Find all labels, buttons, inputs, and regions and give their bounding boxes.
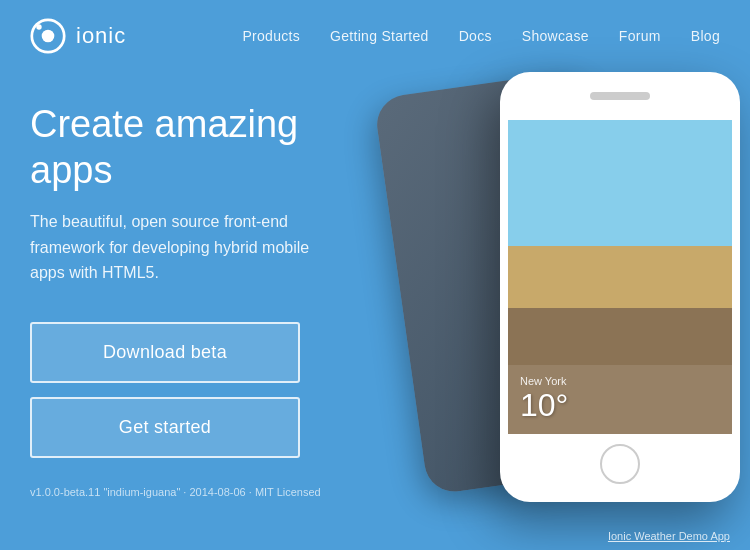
nav-docs[interactable]: Docs (459, 28, 492, 44)
phone-inner: New York 10° (508, 80, 732, 494)
main-content: Create amazing apps The beautiful, open … (0, 72, 750, 550)
get-started-button[interactable]: Get started (30, 397, 300, 458)
weather-demo-link[interactable]: Ionic Weather Demo App (608, 530, 730, 542)
phone-bottom-bar (508, 434, 732, 494)
logo-text: ionic (76, 23, 126, 49)
logo[interactable]: ionic (30, 18, 126, 54)
phone-city: New York (520, 375, 720, 387)
phone-temperature: 10° (520, 387, 720, 424)
version-text: v1.0.0-beta.11 "indium-iguana" · 2014-08… (30, 486, 390, 498)
main-nav: Products Getting Started Docs Showcase F… (242, 28, 720, 44)
hero-section: Create amazing apps The beautiful, open … (30, 102, 390, 550)
nav-showcase[interactable]: Showcase (522, 28, 589, 44)
ionic-logo-icon (30, 18, 66, 54)
nav-getting-started[interactable]: Getting Started (330, 28, 429, 44)
phone-front-mockup: New York 10° (500, 72, 740, 502)
download-beta-button[interactable]: Download beta (30, 322, 300, 383)
phone-mockup-area: New York 10° (340, 52, 750, 550)
phone-home-button (600, 444, 640, 484)
nav-blog[interactable]: Blog (691, 28, 720, 44)
hero-title: Create amazing apps (30, 102, 390, 193)
svg-point-2 (36, 24, 41, 29)
phone-speaker (590, 92, 650, 100)
phone-weather-overlay: New York 10° (508, 365, 732, 434)
phone-screen: New York 10° (508, 120, 732, 434)
nav-forum[interactable]: Forum (619, 28, 661, 44)
nav-products[interactable]: Products (242, 28, 300, 44)
svg-point-1 (42, 30, 55, 43)
hero-subtitle: The beautiful, open source front-end fra… (30, 209, 330, 286)
